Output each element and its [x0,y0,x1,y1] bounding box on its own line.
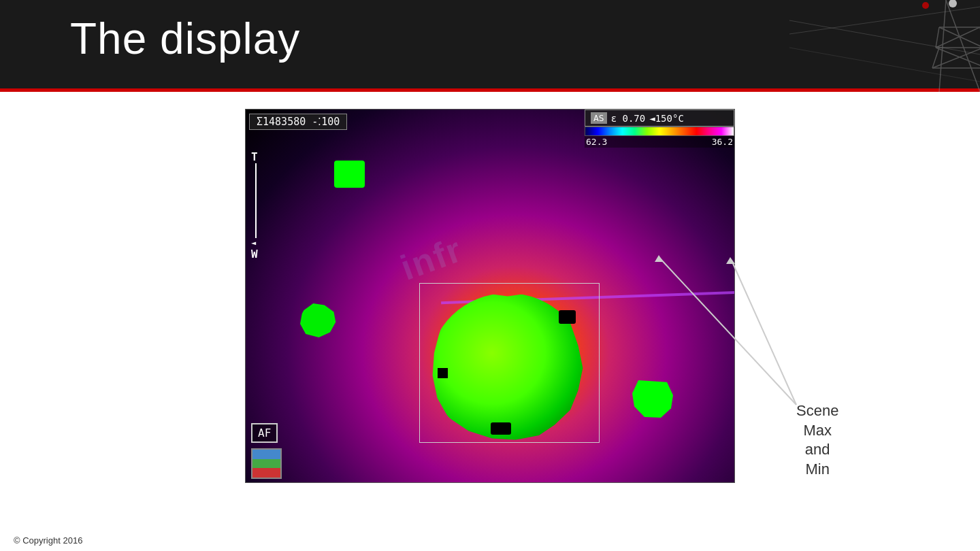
main-content: infr Σ1483580 -⁚100 AS ε 0.70 ◄150°C 62.… [0,92,980,551]
frame-counter: Σ1483580 -⁚100 [249,114,347,130]
green-blob-top [334,161,365,188]
palette-bar-blue [252,450,280,459]
svg-line-0 [789,20,980,54]
e-value: ε 0.70 [611,113,646,124]
tower-decoration [789,0,980,92]
svg-point-17 [949,0,957,7]
copyright-text: © Copyright 2016 [14,535,82,546]
af-badge: AF [251,423,278,443]
svg-line-8 [932,48,939,68]
header: The display [0,0,980,92]
scale-max: 62.3 [586,137,607,147]
tick-line [255,163,258,238]
left-indicator: T ◄ W [251,150,258,261]
temp-value: ◄150°C [649,113,684,124]
as-badge: AS [591,112,607,124]
color-scale-bar [585,127,734,136]
top-bar-right: AS ε 0.70 ◄150°C 62.3 36.2 [585,110,734,148]
w-label: W [251,248,258,261]
svg-line-2 [789,48,980,82]
svg-line-12 [932,48,980,68]
svg-line-4 [946,0,980,92]
footer: © Copyright 2016 [14,535,82,546]
svg-line-14 [936,27,980,48]
svg-line-1 [789,7,980,34]
svg-marker-21 [726,257,735,264]
scale-labels: 62.3 36.2 [585,136,734,148]
palette-bar-red [252,468,280,478]
t-label: T [251,150,258,163]
svg-line-18 [660,258,796,405]
annotation-label: Scene Max and Min [796,401,838,479]
palette-icon [251,448,282,479]
svg-point-16 [922,2,929,9]
selection-rectangle [419,283,600,443]
page-title: The display [70,14,300,64]
scale-min: 36.2 [712,137,733,147]
svg-marker-19 [655,255,664,262]
top-bar: Σ1483580 -⁚100 AS ε 0.70 ◄150°C 62.3 36.… [246,110,734,133]
left-arrow: ◄ [251,238,258,248]
palette-bar-green [252,459,280,469]
svg-line-20 [732,261,796,405]
svg-line-10 [936,27,939,48]
display-controls: AS ε 0.70 ◄150°C [585,110,734,127]
